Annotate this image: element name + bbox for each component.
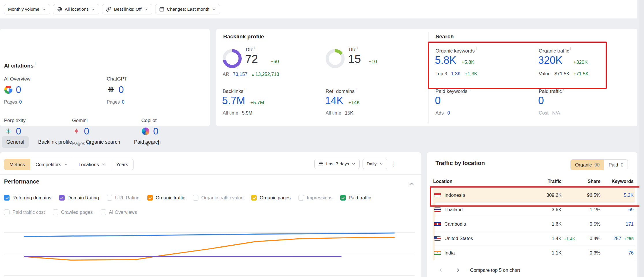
- metric-checkbox-referring-domains[interactable]: Referring domains: [4, 195, 51, 201]
- paid-traffic-label: Paid traffici: [539, 88, 564, 94]
- info-icon[interactable]: i: [35, 62, 35, 66]
- metric-checkbox-crawled-pages[interactable]: Crawled pages: [53, 209, 93, 215]
- info-icon[interactable]: i: [469, 87, 470, 91]
- ai-citations-count[interactable]: 0: [153, 126, 158, 137]
- keywords-value[interactable]: 171: [626, 221, 634, 227]
- toggle-organic[interactable]: Organic90: [571, 160, 604, 170]
- filter-best-links-off[interactable]: Best links: Off: [102, 4, 152, 14]
- checkbox[interactable]: [147, 195, 153, 201]
- table-row-cambodia[interactable]: Cambodia1.6K0.5%171: [433, 217, 635, 231]
- segment-years[interactable]: Years: [111, 159, 134, 170]
- table-row-indonesia[interactable]: Indonesia309.2K96.5%5.2K: [433, 188, 635, 203]
- organic-traffic-value[interactable]: 320K: [538, 54, 562, 66]
- checkbox[interactable]: [298, 195, 304, 201]
- filter-monthly-volume[interactable]: Monthly volume: [4, 4, 50, 14]
- gemini-icon: ✦: [72, 127, 81, 136]
- segment-competitors[interactable]: Competitors: [30, 159, 73, 170]
- keywords-value[interactable]: 5.2K: [624, 192, 634, 198]
- traffic-cell: 3.6K: [528, 207, 562, 212]
- ar-value[interactable]: 73,157: [233, 72, 247, 77]
- column-traffic[interactable]: Traffic: [528, 179, 562, 184]
- column-location[interactable]: Location: [433, 179, 528, 184]
- column-share[interactable]: Share: [562, 179, 600, 184]
- openai-icon: ❋: [107, 85, 115, 94]
- keywords-value[interactable]: 257: [613, 236, 622, 241]
- metric-checkbox-domain-rating[interactable]: Domain Rating: [59, 195, 99, 201]
- compare-top5-label[interactable]: Compare top 5 on chart: [470, 267, 520, 273]
- next-page-button[interactable]: [455, 267, 461, 274]
- toggle-paid[interactable]: Paid0: [604, 160, 628, 170]
- metric-checkbox-organic-pages[interactable]: Organic pages: [251, 195, 290, 201]
- paid-traffic-value[interactable]: 0: [538, 95, 544, 107]
- keywords-cell: 5.2K: [600, 192, 634, 198]
- tab-general[interactable]: General: [2, 136, 29, 148]
- ai-citations-count[interactable]: 0: [16, 84, 21, 95]
- share-cell: 96.5%: [562, 192, 600, 198]
- flag-kh-icon: [434, 222, 441, 226]
- table-row-united-states[interactable]: United States1.4K+1.4K0.4%257+255: [433, 231, 635, 246]
- tab-paid-search[interactable]: Paid search: [129, 136, 165, 148]
- metric-checkbox-impressions[interactable]: Impressions: [298, 195, 333, 201]
- page-scrollbar[interactable]: [639, 0, 644, 277]
- tab-organic-search[interactable]: Organic search: [81, 136, 125, 148]
- date-range-button[interactable]: Last 7 days: [314, 159, 360, 169]
- organic-paid-toggle: Organic90Paid0: [570, 159, 628, 170]
- checkbox[interactable]: [4, 209, 10, 215]
- checkbox[interactable]: [53, 209, 58, 215]
- metric-checkbox-paid-traffic-cost[interactable]: Paid traffic cost: [4, 209, 45, 215]
- checkbox[interactable]: [340, 195, 346, 201]
- pages-count-link[interactable]: 0: [19, 100, 22, 104]
- info-icon[interactable]: i: [254, 46, 255, 50]
- ai-citations-count[interactable]: 0: [84, 126, 89, 137]
- checkbox[interactable]: [193, 195, 198, 201]
- info-icon[interactable]: i: [356, 87, 356, 91]
- chart-controls: Last 7 days Daily ⋮: [314, 159, 398, 169]
- metric-checkbox-paid-traffic[interactable]: Paid traffic: [340, 195, 371, 201]
- tab-backlink-profile[interactable]: Backlink profile: [33, 136, 77, 148]
- collapse-section-button[interactable]: [408, 181, 415, 187]
- segment-locations[interactable]: Locations: [73, 159, 111, 170]
- metric-checkbox-ai-overviews[interactable]: AI Overviews: [101, 209, 137, 215]
- info-icon[interactable]: i: [570, 47, 571, 51]
- keywords-value[interactable]: 76: [628, 250, 634, 256]
- info-icon[interactable]: i: [357, 46, 358, 50]
- series-referring-domains[interactable]: [24, 233, 394, 236]
- backlinks-value[interactable]: 5.7M: [222, 95, 245, 107]
- checkbox-label: Paid traffic cost: [12, 209, 45, 215]
- kebab-menu-button[interactable]: ⋮: [390, 160, 398, 167]
- filter-changes-last-month[interactable]: Changes: Last month: [155, 4, 220, 14]
- performance-line-chart[interactable]: [0, 227, 421, 277]
- paid-keywords-value[interactable]: 0: [435, 95, 441, 107]
- keywords-value[interactable]: 69: [628, 207, 634, 212]
- pages-count-link[interactable]: 0: [122, 100, 124, 104]
- previous-page-button[interactable]: [437, 267, 444, 274]
- checkbox[interactable]: [251, 195, 257, 201]
- info-icon[interactable]: i: [563, 87, 564, 91]
- globe-icon: [57, 7, 62, 12]
- ref-domains-value[interactable]: 14K: [325, 95, 343, 107]
- table-row-thailand[interactable]: Thailand3.6K1.1%69: [433, 203, 635, 217]
- ai-citations-count[interactable]: 0: [16, 126, 21, 137]
- google-icon: [4, 85, 13, 94]
- granularity-button[interactable]: Daily: [363, 159, 387, 169]
- info-icon[interactable]: i: [476, 47, 477, 51]
- checkbox[interactable]: [4, 195, 10, 201]
- traffic-cell: 1.6K: [528, 221, 562, 227]
- filter-all-locations[interactable]: All locations: [53, 4, 99, 14]
- ar-label: AR: [223, 72, 229, 77]
- column-keywords[interactable]: Keywords: [600, 179, 634, 184]
- filter-label: Monthly volume: [8, 7, 40, 12]
- table-row-india[interactable]: India1.1K0.3%76: [433, 246, 635, 260]
- keywords-cell: 171: [600, 221, 634, 227]
- checkbox[interactable]: [59, 195, 65, 201]
- organic-keywords-value[interactable]: 5.8K: [435, 54, 456, 66]
- ai-citations-count[interactable]: 0: [119, 84, 124, 95]
- info-icon[interactable]: i: [245, 87, 245, 91]
- checkbox[interactable]: [101, 209, 106, 215]
- location-name: Cambodia: [444, 221, 466, 227]
- checkbox[interactable]: [107, 195, 112, 201]
- metric-checkbox-organic-traffic[interactable]: Organic traffic: [147, 195, 185, 201]
- metric-checkbox-organic-traffic-value[interactable]: Organic traffic value: [193, 195, 243, 201]
- metric-checkbox-url-rating[interactable]: URL Rating: [107, 195, 140, 201]
- segment-metrics[interactable]: Metrics: [4, 159, 30, 170]
